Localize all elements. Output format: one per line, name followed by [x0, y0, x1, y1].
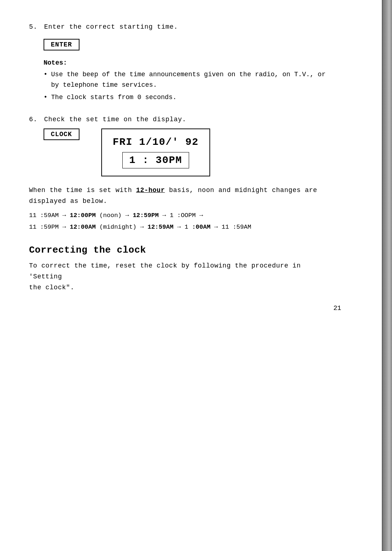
note-item-2: • The clock starts from 0 seconds. — [44, 92, 334, 103]
para1-line1-end: basis, noon and midnight changes are — [165, 187, 317, 194]
seq2-start: 11 :59PM → — [29, 224, 70, 230]
enter-button[interactable]: ENTER — [29, 39, 334, 59]
correcting-heading: Correcting the clock — [29, 245, 334, 256]
seq1-bold2: 12:59PM — [133, 212, 159, 219]
seq2-bold1: 12:00AM — [70, 224, 95, 230]
display-date: FRI 1/10/' 92 — [113, 136, 199, 148]
note-item-1: • Use the beep of the time announcements… — [44, 69, 334, 90]
seq1-start: 11 :59AM → — [29, 212, 70, 219]
correcting-line1: To correct the time, reset the clock by … — [29, 262, 301, 280]
bullet-icon-2: • — [44, 92, 48, 103]
enter-button-label: ENTER — [44, 39, 79, 50]
step5-number: 5. — [29, 22, 40, 32]
bullet-icon-1: • — [44, 69, 48, 80]
step5-text: Enter the correct starting time. — [44, 23, 178, 30]
correcting-paragraph: To correct the time, reset the clock by … — [29, 261, 334, 293]
seq2-mid1: (midnight) → — [96, 224, 148, 230]
seq2-mid2: → 1 — [173, 224, 192, 230]
step6-number: 6. — [29, 114, 40, 125]
step5-line: 5. Enter the correct starting time. — [29, 22, 334, 32]
seq1-mid: (noon) → — [96, 212, 133, 219]
page-spine — [382, 0, 392, 551]
sequence2-line: 11 :59PM → 12:00AM (midnight) → 12:59AM … — [29, 223, 334, 232]
notes-title: Notes: — [44, 59, 334, 66]
step6-line: 6. Check the set time on the display. — [29, 114, 334, 125]
correcting-line2: the clock". — [29, 284, 74, 291]
seq1-noon: 12:00PM — [70, 212, 95, 219]
seq2-end: → 11 :59AM — [211, 224, 251, 230]
clock-button-label: CLOCK — [44, 128, 79, 140]
para1-line2: displayed as below. — [29, 197, 107, 205]
notes-list: • Use the beep of the time announcements… — [44, 69, 334, 103]
display-time: 1 : 30PM — [122, 152, 189, 168]
step6-text: Check the set time on the display. — [44, 116, 187, 123]
step6-left: CLOCK — [29, 128, 79, 149]
page-container: 5. Enter the correct starting time. ENTE… — [0, 0, 363, 326]
display-box: FRI 1/10/' 92 1 : 30PM — [101, 128, 211, 176]
note-text-2: The clock starts from 0 seconds. — [51, 92, 177, 103]
page-number: 21 — [333, 305, 341, 312]
seq2-bold2: 12:59AM — [147, 224, 173, 230]
sequence1-line: 11 :59AM → 12:00PM (noon) → 12:59PM → 1 … — [29, 211, 334, 220]
twelve-hour-label: 12-hour — [136, 187, 165, 194]
note-text-1: Use the beep of the time announcements g… — [51, 69, 334, 90]
twelve-hour-paragraph: When the time is set with 12-hour basis,… — [29, 185, 334, 207]
clock-button[interactable]: CLOCK — [29, 128, 79, 149]
step6-container: CLOCK FRI 1/10/' 92 1 : 30PM — [29, 128, 334, 176]
para1-line1-start: When the time is set with — [29, 187, 136, 194]
seq1-end: → 1 :OOPM → — [159, 212, 203, 219]
notes-section: Notes: • Use the beep of the time announ… — [44, 59, 334, 103]
seq2-bold3: :00AM — [192, 224, 211, 230]
